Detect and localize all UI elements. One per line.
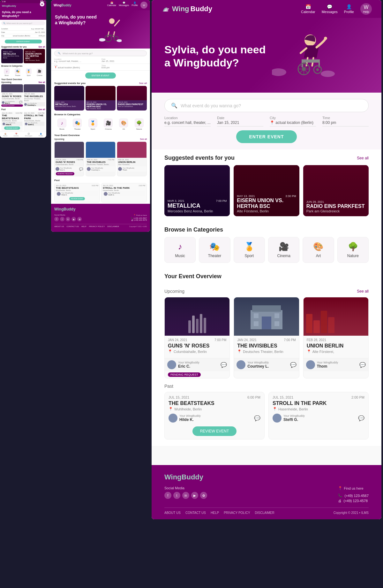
desktop-search-icon: 🔍 xyxy=(171,103,177,109)
tablet-footer: WingBuddy Social Media f t in ▶ ✿ 📍 Find… xyxy=(51,204,150,232)
mobile-enter-btn[interactable]: ENTER EVENT xyxy=(5,40,42,43)
desktop-nav-profile[interactable]: 👤 Profile xyxy=(344,4,354,14)
tablet-cat-cinema[interactable]: 🎥 Cinema xyxy=(104,118,113,130)
chat-icon-past-1[interactable]: 💬 xyxy=(254,415,260,421)
desktop-cat-art[interactable]: 🎨 Art xyxy=(303,237,334,263)
mobile-cat-cinema[interactable]: 🎥 Cinema xyxy=(37,68,42,76)
tablet-upcoming-card-2[interactable]: JAN 24, 2021 7:00 PM THE INVISIBLES Deut… xyxy=(86,141,116,176)
twitter-icon[interactable]: t xyxy=(60,217,64,221)
desktop-past-card-2[interactable]: JUL 15, 2021 2:00 PM STROLL IN THE PARK … xyxy=(268,392,369,439)
tablet-past-card-1[interactable]: JUL 15, 2021 6:00 PM THE BEATSTEAKS Wuhl… xyxy=(54,183,100,202)
desktop-review-btn[interactable]: REVIEW EVENT xyxy=(192,426,237,436)
dpc-buddy-info-2: Your WingBuddy Steffi G. xyxy=(283,414,305,422)
desktop-facebook-icon[interactable]: f xyxy=(164,492,171,499)
footer-link-disclaimer[interactable]: DISCLAIMER xyxy=(107,225,119,227)
tablet-nav: 📅Calendar 💬Messages 👤Profile W xyxy=(107,2,147,9)
desktop-nav-help[interactable]: W Help xyxy=(360,3,372,15)
tablet-header: WingBuddy 📅Calendar 💬Messages 👤Profile W xyxy=(51,0,150,10)
desktop-upcoming-card-2[interactable]: JAN 24, 2021 7:00 PM THE INVISIBLES 📍 De… xyxy=(234,297,299,378)
mobile-event-card-2[interactable]: MAY 13, 2021 EISERN UNION VS. HERTHA BSC… xyxy=(24,49,45,63)
tablet-review-btn[interactable]: REVIEW EVENT xyxy=(69,197,85,200)
desktop-footer-link-disclaimer[interactable]: DISCLAIMER xyxy=(255,511,274,515)
desktop-enter-btn[interactable]: ENTER EVENT xyxy=(236,130,297,143)
desktop-instagram-icon[interactable]: ✿ xyxy=(200,492,207,499)
desktop-event-card-1[interactable]: MAR 3, 2021 7:00 PM METALLICA Mercedes B… xyxy=(164,165,230,216)
desktop-twitter-icon[interactable]: t xyxy=(173,492,180,499)
desktop-upcoming-see-all[interactable]: See all xyxy=(357,289,369,294)
desktop-footer-link-contact[interactable]: CONTACT US xyxy=(185,511,206,515)
desktop-cat-cinema[interactable]: 🎥 Cinema xyxy=(268,237,299,263)
mobile-past-card-1[interactable]: JUL 15, 20216:00 PM THE BEATSTEAKS Wuhlh… xyxy=(1,111,23,131)
tablet-nav-avatar[interactable]: W xyxy=(140,2,147,9)
desktop-search-bar[interactable]: 🔍 What event do you wanna go? xyxy=(164,99,369,112)
desktop-cat-sport[interactable]: 🏅 Sport xyxy=(234,237,265,263)
mobile-location-label: Location xyxy=(1,28,8,30)
mobile-search-box[interactable]: 🔍 What event do you wanna go? xyxy=(1,21,45,25)
desktop-cat-music[interactable]: ♪ Music xyxy=(164,237,196,263)
tablet-upcoming-card-1[interactable]: JAN 24, 2021 7:00 PM GUNS 'N' ROSES Colu… xyxy=(54,141,84,176)
desktop-past-card-1[interactable]: JUL 15, 2021 6:00 PM THE BEATSTEAKS 📍 Wu… xyxy=(164,392,265,439)
desktop-footer-link-help[interactable]: HELP xyxy=(211,511,219,515)
mobile-past-card-2[interactable]: JUL 15, 20212:00 PM STROLL IN THE PARK H… xyxy=(24,111,45,131)
tablet-search[interactable]: 🔍 What event do you wanna go? xyxy=(54,50,147,56)
mobile-nav-home[interactable]: 🏠Home xyxy=(3,133,7,137)
tablet-cat-art[interactable]: 🎨 Art xyxy=(119,118,128,130)
mobile-nav-events[interactable]: 📅Events xyxy=(14,133,19,137)
mobile-nav-profile[interactable]: 👤Profile xyxy=(39,133,43,137)
tablet-upcoming-see-all[interactable]: See all xyxy=(140,138,147,140)
footer-link-privacy[interactable]: PRIVACY POLICY xyxy=(89,225,105,227)
youtube-icon[interactable]: ▶ xyxy=(71,217,76,221)
mobile-cat-music[interactable]: ♪ Music xyxy=(4,68,10,76)
footer-link-help[interactable]: HELP xyxy=(81,225,86,227)
mobile-cat-theater[interactable]: 🎭 Theater xyxy=(15,68,20,76)
chat-icon-d3[interactable]: 💬 xyxy=(359,362,366,368)
tablet-nav-profile[interactable]: 👤Profile xyxy=(131,2,138,9)
desktop-cat-nature[interactable]: 🌳 Nature xyxy=(337,237,369,263)
desktop-footer-link-about[interactable]: ABOUT US xyxy=(164,511,181,515)
tablet-cat-music[interactable]: ♪ Music xyxy=(57,118,66,130)
tablet-event-card-1[interactable]: MAR 3, 2021 METALLICA Mercedes Benz Aren… xyxy=(54,86,84,111)
footer-link-about[interactable]: ABOUT US xyxy=(54,225,64,227)
mobile-review-btn[interactable]: REVIEW EVENT xyxy=(4,126,20,130)
tablet-cat-theater[interactable]: 🎭 Theater xyxy=(73,118,82,130)
mobile-nav-messages[interactable]: 💬Messages xyxy=(25,133,32,137)
instagram-icon[interactable]: ✿ xyxy=(77,217,82,221)
mobile-upcoming-card-1[interactable]: JAN 24, 2021 GUNS 'N' ROSES Columbiahall… xyxy=(1,84,23,107)
tablet-suggested-see-all[interactable]: See all xyxy=(139,82,147,85)
desktop-footer-link-privacy[interactable]: PRIVACY POLICY xyxy=(224,511,250,515)
linkedin-icon[interactable]: in xyxy=(66,217,70,221)
tablet-enter-btn[interactable]: ENTER EVENT xyxy=(85,73,116,79)
desktop-event-card-2[interactable]: MAY 13, 2021 3:30 PM EISERN UNION VS. HE… xyxy=(234,165,299,216)
desktop-footer: WingBuddy Social Media f t in ▶ ✿ 📍 Find… xyxy=(152,465,381,519)
facebook-icon[interactable]: f xyxy=(54,217,59,221)
desktop-nav-calendar[interactable]: 📅 Calendar xyxy=(301,4,315,14)
tablet-event-card-3[interactable]: JUN 29, 2021 RADIO EINS PARKFEST Park am… xyxy=(117,86,147,111)
tablet-suggested-section: Suggested events for you See all MAR 3, … xyxy=(51,80,150,112)
mini-avatar-past-2 xyxy=(25,123,27,125)
desktop-event-card-3[interactable]: JUN 29, 2021 RADIO EINS PARKFEST Park am… xyxy=(303,165,369,216)
tablet-past-card-2[interactable]: JUL 15, 2021 2:00 PM STROLL IN THE PARK … xyxy=(101,183,147,202)
footer-link-contact[interactable]: CONTACT US xyxy=(67,225,79,227)
desktop-upcoming-card-1[interactable]: JAN 24, 2021 7:00 PM GUNS 'N' ROSES 📍 Co… xyxy=(164,297,230,378)
desktop-cat-theater[interactable]: 🎭 Theater xyxy=(199,237,230,263)
mobile-upcoming-card-2[interactable]: JAN 24, 2021 THE INVISIBLES Deutsches Th… xyxy=(24,84,45,107)
desktop-past-section: Past JUL 15, 2021 6:00 PM THE BEATSTEAKS… xyxy=(152,384,381,446)
desktop-upcoming-card-3[interactable]: FEB 28, 2021 UNION BERLIN 📍 Alte Förster… xyxy=(303,297,369,378)
desktop-nav-messages[interactable]: 💬 Messages xyxy=(322,4,338,14)
tablet-event-card-2[interactable]: MAY 13, 2021 EISERN UNION VS. HERTHA BSC… xyxy=(86,86,116,111)
tablet-cat-sport[interactable]: 🏅 Sport xyxy=(88,118,97,130)
desktop-suggested-see-all[interactable]: See all xyxy=(357,156,369,160)
desktop-youtube-icon[interactable]: ▶ xyxy=(191,492,198,499)
desktop-linkedin-icon[interactable]: in xyxy=(182,492,189,499)
tablet-cat-nature[interactable]: 🌳 Nature xyxy=(135,118,144,130)
chat-icon-past-2[interactable]: 💬 xyxy=(358,415,364,421)
chat-icon-d1[interactable]: 💬 xyxy=(221,362,227,368)
tablet-nav-messages[interactable]: 💬Messages xyxy=(119,2,129,9)
tablet-upcoming-card-3[interactable]: FEB 28, 2021 UNION BERLIN Alte Försterei… xyxy=(117,141,147,176)
tablet-nav-calendar[interactable]: 📅Calendar xyxy=(107,2,116,9)
mobile-event-card-1[interactable]: MAR 3, 2021 METALLICA Mercedes Benz Aren… xyxy=(1,49,23,63)
mobile-cat-sport[interactable]: 🏅 Sport xyxy=(26,68,32,76)
tablet-view: WingBuddy 📅Calendar 💬Messages 👤Profile W… xyxy=(51,0,150,232)
mobile-user-avatar[interactable]: W xyxy=(40,2,44,6)
chat-icon-d2[interactable]: 💬 xyxy=(290,362,297,368)
